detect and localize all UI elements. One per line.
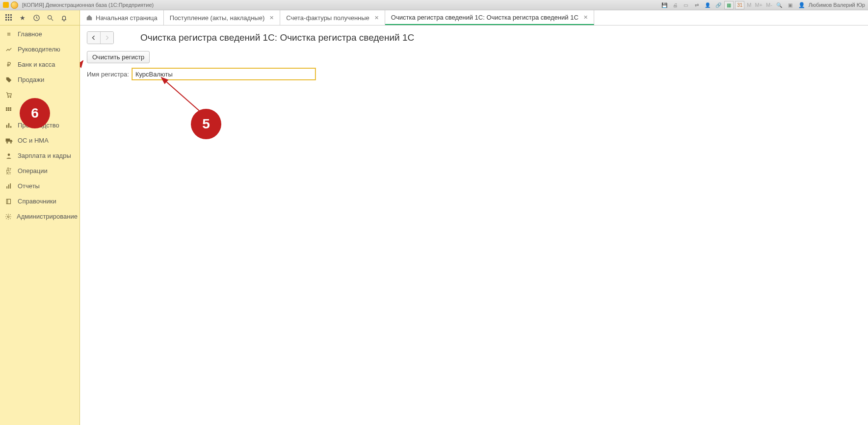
tag-icon <box>5 76 13 83</box>
sidebar-item-label: Операции <box>18 167 48 175</box>
doc-icon[interactable]: ▭ <box>681 1 690 9</box>
home-icon <box>86 14 93 21</box>
svg-rect-21 <box>8 123 9 127</box>
svg-rect-5 <box>10 17 12 18</box>
app-icon <box>3 2 9 8</box>
back-button[interactable] <box>87 32 101 44</box>
cart-icon <box>5 92 13 99</box>
svg-rect-1 <box>8 14 9 16</box>
sidebar-item-label: Отчеты <box>18 182 40 190</box>
svg-line-32 <box>161 77 203 114</box>
sidebar-item-salary[interactable]: Зарплата и кадры <box>0 148 79 163</box>
register-name-input[interactable] <box>132 68 316 80</box>
apps-grid-icon[interactable] <box>2 11 16 24</box>
svg-rect-18 <box>8 109 9 111</box>
sidebar-item-catalogs[interactable]: Справочники <box>0 194 79 209</box>
sidebar-item-admin[interactable]: Администрирование <box>0 209 79 224</box>
svg-rect-0 <box>5 14 7 16</box>
sidebar-item-production[interactable]: Производство <box>0 118 79 133</box>
sidebar-item-label: Администрирование <box>17 213 78 220</box>
user-icon-small[interactable]: 👤 <box>703 1 712 9</box>
page-title: Очистка регистра сведений 1С: Очистка ре… <box>140 32 414 43</box>
calendar-green-icon[interactable]: ▦ <box>724 1 734 9</box>
svg-rect-27 <box>6 186 7 189</box>
tab-bar: Начальная страница Поступление (акты, на… <box>80 10 868 25</box>
m-memory-button[interactable]: M <box>746 2 752 8</box>
window-titlebar: [КОПИЯ] Демонстрационная база (1С:Предпр… <box>0 0 868 10</box>
zoom-icon[interactable]: 🔍 <box>775 1 784 9</box>
user-avatar-icon: 👤 <box>798 2 805 8</box>
svg-rect-15 <box>8 107 9 109</box>
sidebar-item-grid[interactable] <box>0 102 79 118</box>
sidebar-item-cart[interactable] <box>0 87 79 102</box>
ruble-icon: ₽ <box>5 61 13 68</box>
svg-rect-17 <box>6 109 7 111</box>
content-area: Очистка регистра сведений 1С: Очистка ре… <box>80 25 868 425</box>
svg-line-33 <box>80 61 83 92</box>
svg-rect-22 <box>10 126 11 128</box>
sidebar-item-label: Главное <box>18 30 42 38</box>
history-icon[interactable] <box>29 11 43 24</box>
register-name-label: Имя регистра: <box>87 71 129 78</box>
close-icon[interactable]: ✕ <box>269 15 274 21</box>
close-icon[interactable]: ✕ <box>583 14 588 21</box>
calendar-31-icon[interactable]: 31 <box>735 1 744 9</box>
sidebar-item-main[interactable]: ≡ Главное <box>0 26 79 42</box>
svg-rect-20 <box>6 125 7 127</box>
gear-icon <box>5 213 12 220</box>
sidebar-item-label: Руководителю <box>18 46 60 53</box>
sidebar-item-operations[interactable]: ДтКт Операции <box>0 163 79 178</box>
annotation-callout-5: 5 <box>191 109 221 139</box>
sidebar-item-manager[interactable]: Руководителю <box>0 42 79 57</box>
link-icon[interactable]: 🔗 <box>713 1 723 9</box>
sidebar-item-bank[interactable]: ₽ Банк и касса <box>0 57 79 72</box>
svg-point-30 <box>7 216 9 218</box>
svg-point-24 <box>6 142 8 143</box>
search-icon[interactable] <box>43 11 57 24</box>
svg-rect-29 <box>10 183 11 189</box>
svg-rect-28 <box>8 184 9 188</box>
chart-up-icon <box>5 46 13 53</box>
m-plus-button[interactable]: M+ <box>754 2 763 8</box>
tab-receipts[interactable]: Поступление (акты, накладные) ✕ <box>164 10 280 25</box>
sidebar-item-label: Банк и касса <box>18 61 55 68</box>
sidebar: ★ ≡ Главное Руководителю ₽ Банк и касса <box>0 10 80 425</box>
tab-invoices[interactable]: Счета-фактуры полученные ✕ <box>280 10 385 25</box>
m-minus-button[interactable]: M- <box>765 2 773 8</box>
system-menu-button[interactable] <box>11 1 18 9</box>
nav-arrows <box>87 31 114 44</box>
svg-rect-19 <box>10 109 11 111</box>
print-icon[interactable]: 🖨 <box>670 1 680 9</box>
grid-small-icon <box>5 107 13 113</box>
svg-rect-4 <box>8 17 9 18</box>
svg-rect-16 <box>10 107 11 109</box>
tab-home[interactable]: Начальная страница <box>80 10 164 25</box>
star-icon[interactable]: ★ <box>16 11 29 24</box>
tab-label: Начальная страница <box>96 14 158 22</box>
bars-icon <box>5 122 13 129</box>
svg-line-11 <box>51 19 53 21</box>
sidebar-item-reports[interactable]: Отчеты <box>0 178 79 194</box>
close-icon[interactable]: ✕ <box>374 15 379 21</box>
tab-clear-register[interactable]: Очистка регистра сведений 1С: Очистка ре… <box>385 10 594 25</box>
svg-point-13 <box>10 97 11 98</box>
window-icon[interactable]: ▣ <box>786 1 795 9</box>
save-icon[interactable]: 💾 <box>659 1 669 9</box>
compare-icon[interactable]: ⇄ <box>692 1 701 9</box>
main-area: Начальная страница Поступление (акты, на… <box>80 10 868 425</box>
sidebar-item-label: Справочники <box>18 198 56 205</box>
svg-rect-23 <box>5 138 10 141</box>
svg-point-10 <box>48 15 52 19</box>
bell-icon[interactable] <box>57 11 71 24</box>
svg-point-26 <box>8 153 10 156</box>
stats-icon <box>5 183 13 190</box>
truck-icon <box>5 138 13 144</box>
svg-rect-6 <box>5 19 7 21</box>
clear-register-button[interactable]: Очистить регистр <box>87 51 150 63</box>
svg-rect-14 <box>6 107 7 109</box>
forward-button[interactable] <box>101 32 113 44</box>
annotation-overlay <box>80 25 868 425</box>
sidebar-item-os-nma[interactable]: ОС и НМА <box>0 133 79 148</box>
sidebar-item-label: Продажи <box>18 76 44 83</box>
sidebar-item-sales[interactable]: Продажи <box>0 72 79 87</box>
